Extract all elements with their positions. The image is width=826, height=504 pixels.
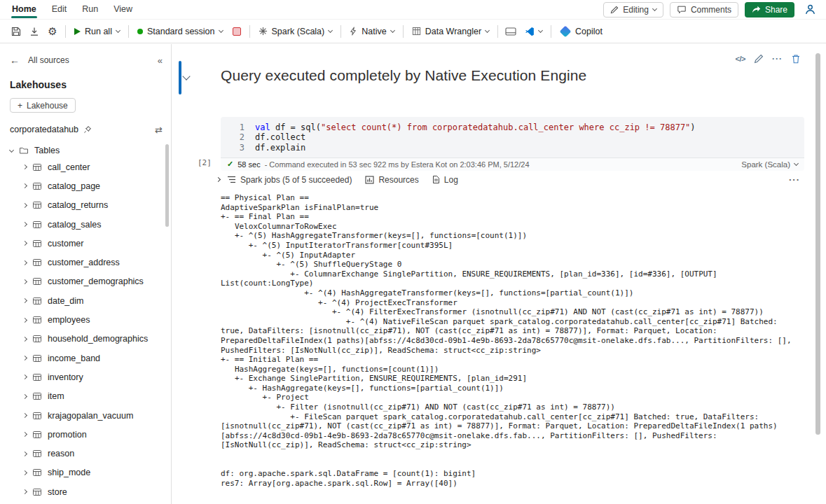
save-icon[interactable]: [7, 22, 25, 41]
collapse-cell-icon[interactable]: [184, 71, 189, 81]
table-icon: [32, 220, 42, 230]
log-tab[interactable]: Log: [432, 175, 458, 185]
success-check-icon: ✓: [227, 160, 233, 169]
table-item[interactable]: catalog_returns: [0, 196, 171, 215]
collapse-pane-icon[interactable]: «: [158, 55, 163, 66]
cell-kernel-label[interactable]: Spark (Scala): [741, 160, 790, 169]
code-editor[interactable]: 1 val df = sql("select count(*) from cor…: [221, 117, 804, 158]
table-item[interactable]: call_center: [0, 158, 171, 176]
add-lakehouse-button[interactable]: + Lakehouse: [10, 98, 76, 113]
tables-tree-root[interactable]: Tables: [0, 144, 171, 158]
tab-home[interactable]: Home: [4, 0, 44, 19]
resources-tab[interactable]: Resources: [365, 175, 418, 185]
table-item[interactable]: customer: [0, 234, 171, 253]
divider: [128, 25, 129, 38]
code-cell[interactable]: 1 val df = sql("select count(*) from cor…: [221, 117, 804, 171]
copilot-button[interactable]: Copilot: [555, 22, 607, 41]
output-more-options-icon[interactable]: ···: [789, 174, 800, 185]
chevron-down-icon: [116, 27, 121, 32]
table-name: employees: [48, 315, 90, 325]
plus-icon: +: [18, 101, 22, 111]
back-arrow-icon[interactable]: ←: [10, 55, 20, 66]
editing-label: Editing: [623, 5, 649, 15]
editing-mode-button[interactable]: Editing: [603, 2, 663, 18]
tab-edit[interactable]: Edit: [44, 0, 75, 19]
collapse-output-icon[interactable]: [216, 178, 220, 181]
table-name: krajagopalan_vacuum: [48, 411, 133, 421]
cell-toolbar: </> ···: [736, 54, 801, 64]
edit-cell-icon[interactable]: [754, 54, 764, 64]
settings-gear-icon[interactable]: ⚙: [43, 22, 62, 41]
table-item[interactable]: customer_demographics: [0, 272, 171, 291]
stop-session-icon[interactable]: [228, 22, 246, 41]
table-icon: [32, 487, 42, 497]
cell-output-text: == Physical Plan == AdaptiveSparkPlan is…: [221, 193, 803, 488]
account-person-icon[interactable]: [801, 1, 819, 19]
tab-view[interactable]: View: [106, 0, 140, 19]
pin-icon[interactable]: [83, 125, 92, 134]
chevron-right-icon: [22, 394, 27, 399]
data-wrangler-button[interactable]: Data Wrangler: [407, 22, 494, 41]
download-icon[interactable]: [25, 22, 43, 41]
code-line[interactable]: 2 df.collect: [221, 132, 796, 142]
table-item[interactable]: employees: [0, 310, 171, 329]
table-item[interactable]: household_demographics: [0, 330, 171, 349]
table-icon: [32, 468, 42, 477]
chevron-right-icon: [22, 183, 27, 188]
table-item[interactable]: income_band: [0, 349, 171, 368]
chevron-right-icon: [22, 451, 27, 456]
delete-cell-icon[interactable]: [791, 54, 801, 64]
view-code-icon[interactable]: </>: [736, 55, 745, 63]
copilot-label: Copilot: [575, 27, 603, 36]
code-line[interactable]: 3 df.explain: [221, 143, 796, 153]
notebook-canvas: </> ··· Query executed completely by Nat…: [172, 44, 826, 504]
session-status-button[interactable]: Standard session: [132, 22, 228, 41]
divider: [551, 25, 551, 38]
lakehouse-name[interactable]: corporatedatahub: [10, 125, 78, 134]
table-item[interactable]: reason: [0, 444, 171, 463]
table-item[interactable]: item: [0, 387, 171, 406]
table-icon: [32, 315, 42, 325]
more-options-icon[interactable]: ···: [772, 54, 783, 64]
table-icon: [32, 411, 42, 421]
markdown-cell-title[interactable]: Query executed completely by Native Exec…: [221, 67, 586, 84]
main-scrollbar[interactable]: [815, 53, 820, 435]
table-item[interactable]: inventory: [0, 368, 171, 386]
table-item[interactable]: store: [0, 482, 171, 501]
table-icon: [32, 162, 42, 172]
chevron-down-icon: [485, 27, 490, 32]
table-item[interactable]: customer_address: [0, 253, 171, 272]
table-item[interactable]: ship_mode: [0, 463, 171, 482]
table-item[interactable]: catalog_sales: [0, 215, 171, 234]
comments-button[interactable]: Comments: [670, 2, 738, 18]
code-line[interactable]: 1 val df = sql("select count(*) from cor…: [221, 122, 796, 132]
table-item[interactable]: catalog_page: [0, 176, 171, 195]
log-label: Log: [444, 175, 458, 185]
table-name: catalog_sales: [48, 220, 101, 230]
output-toolbar: Spark jobs (5 of 5 succeeded) Resources …: [216, 174, 804, 185]
share-button[interactable]: Share: [745, 2, 794, 18]
sidebar-scrollbar[interactable]: [165, 144, 169, 227]
chevron-right-icon: [22, 356, 27, 360]
object-explorer-sidebar: ← All sources « Lakehouses + Lakehouse c…: [0, 44, 172, 504]
switch-lakehouse-icon[interactable]: ⇄: [155, 125, 163, 135]
chevron-down-icon: [794, 161, 799, 166]
code-text: df.explain: [255, 143, 305, 153]
run-all-button[interactable]: Run all: [69, 22, 125, 41]
language-selector[interactable]: Spark (Scala): [254, 22, 338, 41]
table-item[interactable]: promotion: [0, 425, 171, 444]
spark-jobs-tab[interactable]: Spark jobs (5 of 5 succeeded): [227, 175, 352, 185]
panel-layout-icon[interactable]: [502, 22, 520, 41]
vscode-button[interactable]: [520, 22, 547, 41]
cell-status-bar: ✓ 58 sec - Command executed in 53 sec 92…: [221, 158, 804, 171]
chevron-right-icon: [22, 260, 27, 265]
execution-engine-selector[interactable]: Native: [345, 22, 399, 41]
jobs-list-icon: [227, 176, 236, 183]
table-item[interactable]: krajagopalan_vacuum: [0, 406, 171, 425]
table-item[interactable]: date_dim: [0, 291, 171, 310]
execution-duration: 58 sec: [238, 160, 260, 169]
chevron-right-icon: [22, 298, 27, 303]
play-icon: [74, 28, 81, 35]
table-icon: [32, 276, 42, 286]
tab-run[interactable]: Run: [74, 0, 106, 19]
